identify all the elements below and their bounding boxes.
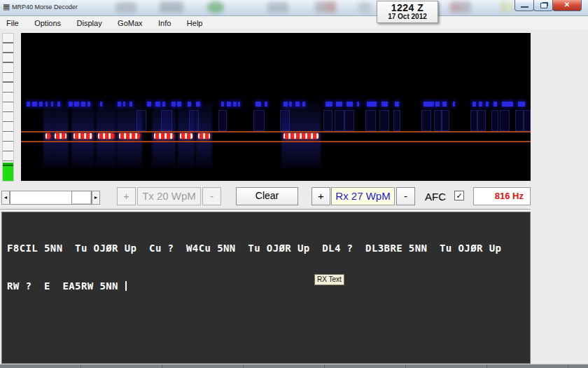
signal-column [421,110,431,131]
signal-column [379,110,389,131]
signal-blue-dash [255,102,261,107]
minimize-button[interactable] [514,0,534,11]
clear-button[interactable]: Clear [236,187,298,205]
clock-window[interactable]: 1224 Z 17 Oct 2012 [377,1,438,23]
tx-speed-decrease-button[interactable]: - [202,187,221,205]
clock-time: 1224 Z [377,2,438,13]
signal-blue-dash [502,102,513,107]
rx-text-line: RW ? E EA5RW 5NN [7,280,530,292]
signal-blue-dash [265,102,267,107]
separator [0,209,531,210]
morse-signal-mark [154,133,174,139]
signal-blue-dash [326,102,332,107]
menu-item-file[interactable]: File [0,18,25,27]
desktop-icon-blur [315,1,336,13]
desktop-icon-blur [207,1,224,13]
signal-blue-dash [227,102,231,107]
desktop-icon-blur [358,2,371,13]
morse-signal-mark [180,133,192,139]
app-icon[interactable]: ▦ [3,3,10,11]
desktop-icon-blur [160,1,183,13]
rx-speed-display: Rx 27 WpM [331,187,395,205]
menu-item-options[interactable]: Options [28,18,67,27]
frequency-display: 816 Hz [473,187,531,205]
menu-item-gomax[interactable]: GoMax [111,18,148,27]
signal-column [470,110,477,131]
afc-checkbox[interactable]: ✓ [454,191,464,200]
morse-signal-mark [198,133,210,139]
rx-text-area[interactable]: F8CIL 5NN Tu OJØR Up Cu ? W4Cu 5NN Tu OJ… [1,212,531,364]
tuning-line [21,141,531,142]
close-icon: ✕ [564,1,570,8]
rx-speed-increase-button[interactable]: + [312,187,330,205]
signal-blue-dash [395,102,399,107]
desktop-icon-blur [115,2,136,13]
signal-blue-dash [442,102,447,107]
signal-column [393,110,400,131]
frequency-scale [2,33,14,182]
scroll-left-button[interactable]: ◄ [1,191,10,205]
morse-signal-mark [55,133,66,139]
signal-blue-dash [518,102,525,107]
close-button[interactable]: ✕ [552,0,582,11]
tx-speed-display: Tx 20 WpM [137,187,201,205]
morse-signal-mark [284,133,318,139]
desktop-icon-blur [267,2,288,13]
signal-column [253,110,265,131]
signal-blue-dash [435,102,440,107]
menu-item-help[interactable]: Help [181,18,209,27]
desktop-icon-blur [450,1,471,13]
restore-icon [540,3,547,8]
signal-blue-dash [493,102,497,107]
morse-signal-mark [46,133,50,139]
signal-column [218,110,227,131]
tx-speed-increase-button[interactable]: + [117,187,136,205]
signal-column [365,110,376,131]
signal-blue-dash [367,102,377,107]
signal-blue-dash [39,102,43,107]
menu-item-display[interactable]: Display [71,18,108,27]
signal-blue-dash [472,102,476,107]
signal-column [500,110,510,131]
desktop-icon-blur [509,1,513,13]
signal-blue-dash [357,102,359,107]
signal-column [323,110,332,131]
signal-blue-dash [346,102,353,107]
rx-text-line: F8CIL 5NN Tu OJØR Up Cu ? W4Cu 5NN Tu OJ… [7,242,530,254]
signal-column [515,110,524,131]
morse-signal-mark [98,133,114,139]
signal-column [524,110,531,131]
scroll-right-button[interactable]: ► [92,191,100,205]
app-window: ▦ MRP40 Morse Decoder ✕ 1224 Z 17 Oct 20… [0,0,588,368]
taskbar-edge [0,364,588,368]
window-title: MRP40 Morse Decoder [12,4,78,11]
signal-level-meter [3,163,13,181]
scrollbar-track[interactable] [10,191,72,205]
signal-blue-dash [221,102,224,107]
desktop-icon-blur [501,1,506,13]
checkmark-icon: ✓ [456,191,462,200]
text-cursor [125,281,127,291]
clock-date: 17 Oct 2012 [377,13,438,20]
scroll-left-icon: ◄ [4,195,8,200]
signal-blue-dash [238,102,240,107]
signal-column [491,110,498,131]
signal-blue-dash [336,102,342,107]
signal-blue-dash [479,102,482,107]
signal-blue-dash [453,102,455,107]
scroll-right-icon: ► [94,195,99,200]
scrollbar-thumb[interactable] [71,191,92,205]
signal-blue-dash [32,102,37,107]
restore-button[interactable] [533,0,553,11]
morse-signal-mark [119,133,140,139]
tuning-line [21,131,531,132]
signal-column [344,110,354,131]
rx-speed-decrease-button[interactable]: - [396,187,415,205]
signal-column [477,110,486,131]
menu-item-info[interactable]: Info [152,18,177,27]
waterfall-display[interactable] [21,33,531,181]
signal-blue-dash [486,102,489,107]
title-bar[interactable]: ▦ MRP40 Morse Decoder ✕ [0,0,588,16]
afc-label: AFC [425,191,446,203]
morse-signal-mark [74,133,92,139]
